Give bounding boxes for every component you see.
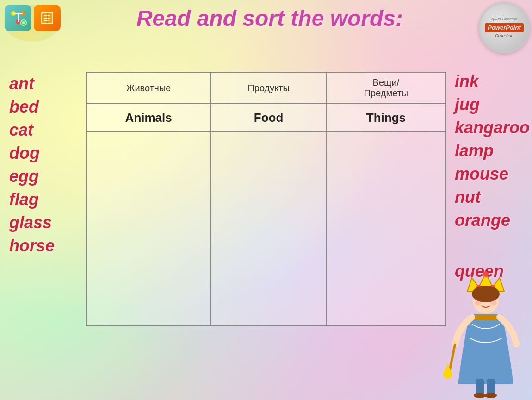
word-dog: dog bbox=[9, 144, 55, 163]
english-header-things: Things bbox=[326, 104, 446, 131]
svg-rect-32 bbox=[487, 379, 495, 395]
english-header-row: Animals Food Things bbox=[86, 104, 446, 131]
sorting-table: Животные Продукты Вещи/Предметы Animals … bbox=[86, 72, 446, 326]
queen-decoration bbox=[435, 264, 527, 400]
word-nut: nut bbox=[455, 188, 481, 207]
header: Read and sort the words: bbox=[5, 5, 527, 31]
food-cell[interactable] bbox=[211, 131, 326, 326]
svg-rect-12 bbox=[47, 13, 48, 23]
word-jug: jug bbox=[455, 95, 480, 114]
orange-book-icon bbox=[34, 5, 61, 31]
svg-rect-25 bbox=[472, 315, 500, 320]
page-title: Read and sort the words: bbox=[68, 6, 472, 31]
svg-point-24 bbox=[472, 286, 500, 302]
left-word-list: ant bed cat dog egg flag glass horse bbox=[9, 74, 55, 256]
svg-rect-11 bbox=[44, 20, 49, 21]
word-glass: glass bbox=[9, 213, 55, 232]
word-ant: ant bbox=[9, 74, 55, 94]
word-flag: flag bbox=[9, 190, 55, 209]
english-header-food: Food bbox=[211, 104, 326, 131]
russian-header-things: Вещи/Предметы bbox=[326, 72, 446, 104]
word-bed: bed bbox=[9, 97, 55, 117]
russian-header-animals: Животные bbox=[86, 72, 211, 104]
svg-point-6 bbox=[22, 21, 25, 24]
sorting-table-container: Животные Продукты Вещи/Предметы Animals … bbox=[86, 72, 446, 326]
russian-header-food: Продукты bbox=[211, 72, 326, 104]
svg-point-15 bbox=[483, 271, 489, 277]
ppt-logo: P bbox=[488, 24, 492, 31]
right-word-list: ink jug kangaroo lamp mouse nut orange q… bbox=[455, 72, 530, 281]
word-ink: ink bbox=[455, 72, 479, 91]
word-lamp: lamp bbox=[455, 141, 494, 161]
word-mouse: mouse bbox=[455, 164, 508, 184]
word-horse: horse bbox=[9, 236, 55, 256]
svg-point-28 bbox=[443, 369, 452, 379]
english-header-animals: Animals bbox=[86, 104, 211, 131]
svg-point-30 bbox=[513, 340, 520, 347]
animals-cell[interactable] bbox=[86, 131, 211, 326]
things-cell[interactable] bbox=[326, 131, 446, 326]
ppt-collection: Collection bbox=[485, 33, 524, 39]
word-cat: cat bbox=[9, 120, 55, 140]
word-orange: orange bbox=[455, 211, 510, 230]
word-egg: egg bbox=[9, 167, 55, 186]
sorting-content-row bbox=[86, 131, 446, 326]
svg-point-34 bbox=[485, 393, 497, 398]
russian-header-row: Животные Продукты Вещи/Предметы bbox=[86, 72, 446, 104]
powerpoint-badge: Дина Брасто PowerPoint Collection bbox=[479, 2, 530, 53]
svg-point-33 bbox=[474, 393, 486, 398]
green-app-icon bbox=[5, 5, 31, 31]
app-icons bbox=[5, 5, 61, 31]
word-kangaroo: kangaroo bbox=[455, 118, 530, 138]
svg-rect-31 bbox=[476, 379, 484, 395]
